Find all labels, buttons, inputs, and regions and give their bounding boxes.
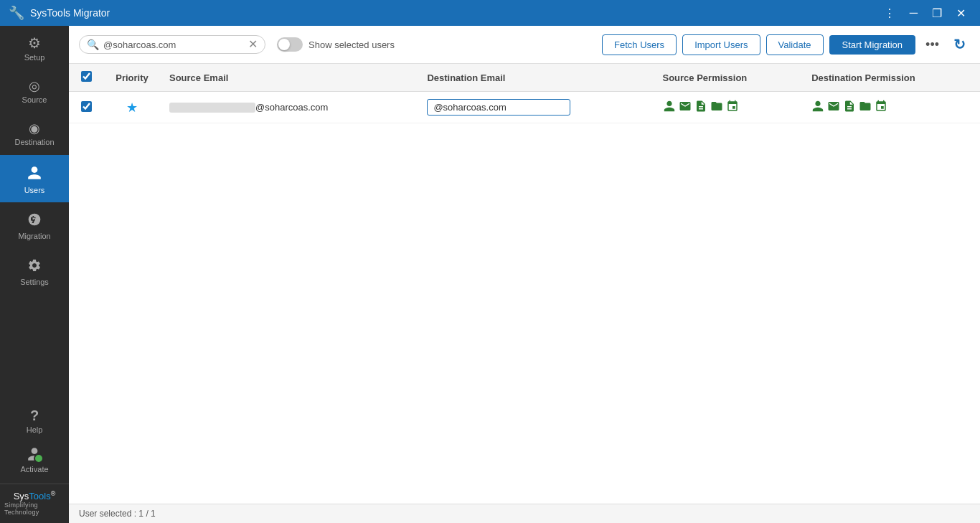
show-selected-toggle[interactable] [277, 37, 303, 52]
sidebar-item-destination[interactable]: ◉ Destination [0, 112, 69, 154]
users-icon [27, 165, 42, 183]
table-header: Priority Source Email Destination Email … [69, 64, 980, 92]
title-bar-controls: ⋮ ─ ❐ ✕ [878, 5, 971, 22]
sidebar-label-help: Help [27, 425, 43, 435]
row-source-email: ██████████@soharcoas.com [161, 92, 418, 123]
app-title: SysTools Migrator [30, 7, 110, 19]
help-icon: ? [30, 408, 39, 423]
toggle-label: Show selected users [308, 39, 395, 50]
dest-folder-icon [859, 100, 872, 116]
table-area: Priority Source Email Destination Email … [69, 64, 980, 504]
sidebar-label-settings: Settings [20, 278, 49, 287]
brand-tagline: Simplifying Technology [4, 501, 65, 516]
settings-icon [27, 258, 42, 275]
sidebar-item-settings[interactable]: Settings [0, 248, 69, 294]
sidebar-label-activate: Activate [20, 465, 48, 474]
brand: SysTools® Simplifying Technology [0, 484, 69, 523]
source-permission-icons [663, 100, 795, 116]
table-body: ★██████████@soharcoas.com [69, 92, 980, 123]
activate-icon-wrap [27, 446, 42, 462]
table-row: ★██████████@soharcoas.com [69, 92, 980, 123]
destination-permission-icons [811, 100, 971, 116]
destination-email-input[interactable] [427, 99, 570, 116]
destination-icon: ◉ [29, 122, 40, 135]
sidebar: ⚙ Setup ◎ Source ◉ Destination Users Mig… [0, 26, 69, 523]
content-area: 🔍 @soharcoas.com ✕ Show selected users F… [69, 26, 980, 523]
dest-document-icon [843, 100, 856, 116]
search-icon: 🔍 [87, 39, 99, 50]
dest-calendar-icon [875, 100, 887, 116]
header-source-email: Source Email [161, 64, 418, 92]
setup-icon: ⚙ [28, 36, 41, 50]
toggle-wrap: Show selected users [277, 37, 395, 52]
status-bar: User selected : 1 / 1 [69, 504, 980, 523]
row-priority[interactable]: ★ [103, 92, 161, 123]
main-layout: ⚙ Setup ◎ Source ◉ Destination Users Mig… [0, 26, 980, 523]
person-icon [663, 100, 676, 116]
sidebar-item-activate[interactable]: Activate [0, 440, 69, 483]
more-options-button[interactable]: ••• [921, 34, 943, 55]
title-bar-left: 🔧 SysTools Migrator [9, 5, 110, 21]
refresh-button[interactable]: ↻ [949, 33, 970, 56]
brand-tools: Tools [29, 491, 50, 501]
toolbar: 🔍 @soharcoas.com ✕ Show selected users F… [69, 26, 980, 64]
sidebar-label-migration: Migration [18, 232, 50, 241]
start-migration-button[interactable]: Start Migration [829, 35, 916, 55]
sidebar-label-setup: Setup [24, 53, 45, 62]
source-email-domain: @soharcoas.com [255, 102, 328, 113]
header-destination-permission: Destination Permission [803, 64, 980, 92]
search-text: @soharcoas.com [103, 39, 244, 50]
header-priority: Priority [103, 64, 161, 92]
document-icon [694, 100, 707, 116]
row-checkbox-cell[interactable] [69, 92, 103, 123]
search-box[interactable]: 🔍 @soharcoas.com ✕ [79, 35, 265, 54]
folder-icon [710, 100, 723, 116]
sidebar-item-source[interactable]: ◎ Source [0, 70, 69, 112]
header-checkbox-cell [69, 64, 103, 92]
title-bar: 🔧 SysTools Migrator ⋮ ─ ❐ ✕ [0, 0, 980, 26]
dest-person-icon [811, 100, 824, 116]
minimize-button[interactable]: ─ [904, 5, 923, 22]
row-source-permission [654, 92, 804, 123]
source-icon: ◎ [29, 80, 40, 93]
maximize-button[interactable]: ❐ [926, 5, 948, 22]
import-users-button[interactable]: Import Users [682, 34, 760, 55]
sidebar-item-help[interactable]: ? Help [0, 400, 69, 440]
validate-button[interactable]: Validate [766, 34, 824, 55]
migration-icon [27, 212, 42, 229]
fetch-users-button[interactable]: Fetch Users [602, 34, 677, 55]
select-all-checkbox[interactable] [81, 71, 92, 82]
sidebar-label-users: Users [24, 186, 45, 195]
close-button[interactable]: ✕ [951, 5, 971, 22]
star-icon[interactable]: ★ [126, 100, 138, 115]
toggle-knob [278, 39, 290, 50]
header-destination-email: Destination Email [418, 64, 654, 92]
sidebar-bottom: ? Help Activate SysTools® Simplifying Te… [0, 400, 69, 523]
users-table: Priority Source Email Destination Email … [69, 64, 980, 123]
row-checkbox[interactable] [81, 101, 92, 112]
header-source-permission: Source Permission [654, 64, 804, 92]
row-destination-email[interactable] [418, 92, 654, 123]
sidebar-item-setup[interactable]: ⚙ Setup [0, 26, 69, 70]
email-icon [679, 100, 692, 116]
search-clear-button[interactable]: ✕ [248, 39, 258, 50]
sidebar-label-destination: Destination [14, 138, 54, 147]
sidebar-label-source: Source [22, 95, 47, 105]
brand-sys: Sys [14, 491, 29, 501]
more-options-button[interactable]: ⋮ [878, 5, 901, 22]
brand-name: SysTools® [14, 490, 56, 501]
calendar-icon [726, 100, 739, 116]
toolbar-right: Fetch Users Import Users Validate Start … [602, 33, 970, 56]
user-selected-status: User selected : 1 / 1 [79, 509, 156, 519]
dest-email-icon [827, 100, 840, 116]
row-destination-permission [803, 92, 980, 123]
app-logo-icon: 🔧 [9, 5, 24, 21]
sidebar-item-migration[interactable]: Migration [0, 202, 69, 248]
sidebar-item-users[interactable]: Users [0, 155, 69, 202]
